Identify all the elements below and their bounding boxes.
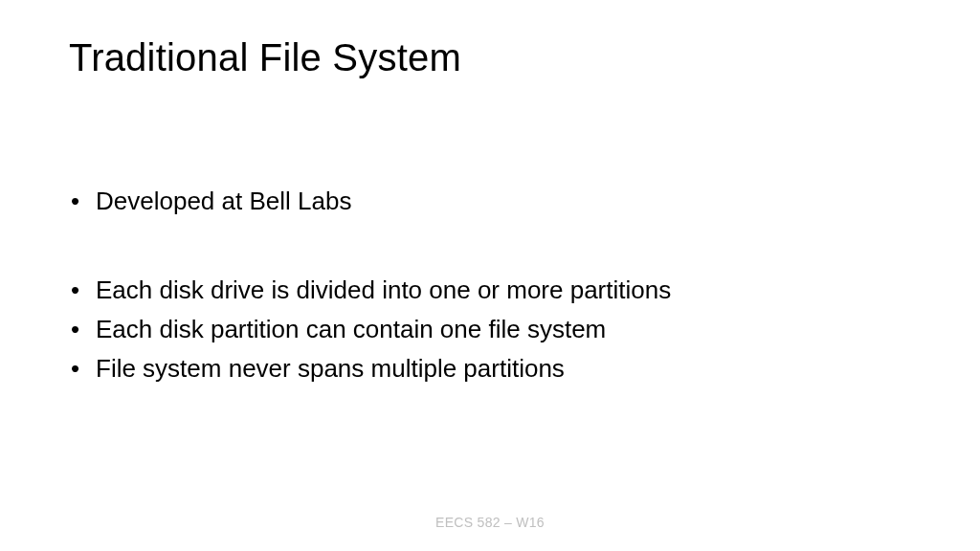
bullet-marker-icon: • xyxy=(69,313,96,346)
slide-footer: EECS 582 – W16 xyxy=(0,515,980,530)
bullet-marker-icon: • xyxy=(69,352,96,386)
bullet-text: Each disk partition can contain one file… xyxy=(96,313,911,346)
bullet-text: File system never spans multiple partiti… xyxy=(96,352,911,386)
bullet-item: • Each disk partition can contain one fi… xyxy=(69,313,911,346)
slide-title: Traditional File System xyxy=(69,36,911,79)
bullet-item: • File system never spans multiple parti… xyxy=(69,352,911,386)
slide-content: • Developed at Bell Labs • Each disk dri… xyxy=(69,185,911,386)
slide: Traditional File System • Developed at B… xyxy=(0,0,980,551)
bullet-marker-icon: • xyxy=(69,274,96,307)
bullet-text: Developed at Bell Labs xyxy=(96,185,911,218)
bullet-text: Each disk drive is divided into one or m… xyxy=(96,274,911,307)
bullet-item: • Developed at Bell Labs xyxy=(69,185,911,218)
bullet-marker-icon: • xyxy=(69,185,96,218)
bullet-item: • Each disk drive is divided into one or… xyxy=(69,274,911,307)
